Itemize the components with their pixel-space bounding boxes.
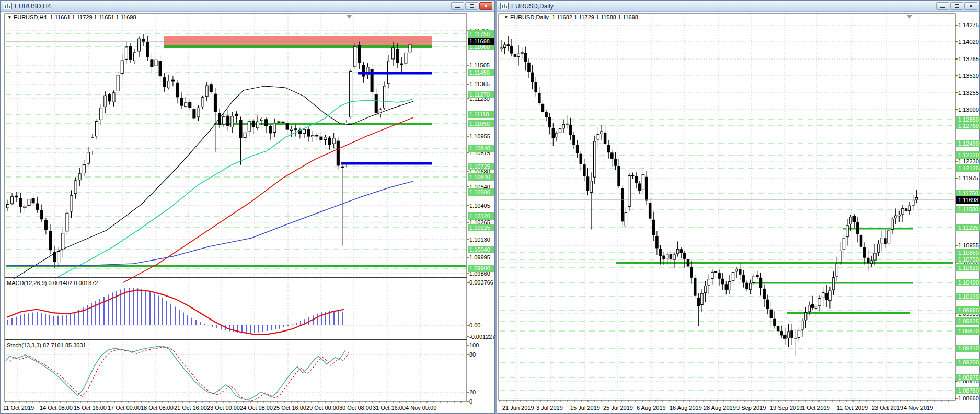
candle-body: [503, 45, 506, 47]
candle-body: [303, 129, 306, 133]
stoch-axis-label: 80: [469, 351, 476, 358]
candle-body: [500, 48, 503, 49]
price-label-green: 1.10640: [469, 174, 490, 180]
candle-body: [151, 60, 153, 67]
price-axis[interactable]: 1.117801.115051.113651.112301.109551.108…: [467, 28, 495, 405]
candle-body: [711, 272, 714, 278]
candle-body: [32, 198, 34, 203]
candle-body: [362, 65, 365, 76]
time-label: 17 Oct 00:00: [108, 405, 141, 411]
candle-body: [19, 198, 22, 207]
symbol-dropdown-icon[interactable]: ▼: [504, 15, 508, 20]
candle-body: [853, 216, 856, 221]
candle-body: [593, 141, 596, 177]
candle-body: [117, 75, 119, 91]
price-label: 1.13765: [958, 56, 979, 62]
price-axis[interactable]: 1.142751.140201.137651.135101.132551.130…: [955, 22, 980, 401]
legend-symbol: EURUSD,H4: [14, 14, 47, 20]
h4-chart-svg[interactable]: 1.117801.115051.113651.112301.109551.108…: [1, 13, 495, 414]
chart-window-icon: [4, 3, 12, 9]
candle-body: [521, 52, 523, 54]
macd-axis-label: 0.00: [469, 322, 480, 328]
candle-body: [205, 86, 208, 97]
daily-chart-svg[interactable]: 1.142751.140201.137651.135101.132551.130…: [497, 13, 980, 414]
stoch-axis-label: 100: [469, 342, 479, 348]
candle-body: [36, 204, 39, 210]
restore-button[interactable]: [950, 2, 963, 10]
candle-body: [725, 285, 728, 289]
time-label: 30 Oct 08:00: [339, 405, 372, 411]
moving-average-teal: [55, 99, 413, 278]
time-axis[interactable]: 21 Jun 20193 Jul 201915 Jul 201925 Jul 2…: [500, 400, 948, 411]
candle-body: [770, 310, 773, 318]
candle-body: [860, 235, 862, 246]
candle-body: [566, 124, 569, 125]
titlebar-h4[interactable]: EURUSD,H4 ×: [1, 1, 494, 12]
candle-body: [905, 209, 907, 211]
chart-canvas-daily[interactable]: 1.142751.140201.137651.135101.132551.130…: [497, 13, 979, 413]
candle-body: [894, 216, 897, 218]
price-label-green: 1.10750: [958, 256, 979, 263]
candle-body: [586, 177, 589, 191]
time-label: 11 Oct 2019: [837, 405, 868, 411]
candle-body: [836, 264, 838, 276]
symbol-dropdown-icon[interactable]: ▼: [7, 15, 11, 20]
price-label-green: 1.11110: [469, 111, 489, 117]
candle-body: [887, 231, 890, 243]
close-button[interactable]: ×: [964, 2, 977, 10]
time-label: 6 Aug 2019: [637, 405, 666, 411]
restore-button[interactable]: [465, 2, 478, 10]
price-label-green: 1.08975: [958, 374, 979, 381]
candle-body: [735, 269, 738, 271]
candle-body: [857, 223, 859, 234]
candle-body: [714, 271, 717, 273]
candle-body: [625, 213, 627, 226]
price-label-green: 1.10400: [958, 279, 979, 286]
candle-body: [78, 174, 81, 180]
candle-body: [718, 273, 721, 278]
time-label: 15 Oct 16:00: [74, 405, 107, 411]
candle-body: [193, 109, 195, 118]
chart-canvas-h4[interactable]: 1.117801.115051.113651.112301.109551.108…: [1, 13, 494, 413]
window-title: EURUSD,H4: [15, 3, 51, 10]
candle-body: [825, 293, 828, 300]
price-label-green: 1.10725: [469, 163, 490, 170]
candle-body: [670, 254, 672, 259]
candle-body: [248, 122, 250, 132]
candle-body: [780, 332, 783, 335]
candle-body: [808, 305, 811, 312]
time-axis[interactable]: 11 Oct 201914 Oct 08:0015 Oct 16:0017 Oc…: [3, 401, 461, 411]
time-label: 21 Jun 2019: [502, 405, 534, 411]
candle-body: [697, 298, 700, 306]
candle-body: [804, 313, 807, 320]
close-button[interactable]: ×: [479, 2, 492, 10]
candle-body: [891, 219, 894, 230]
minimize-button[interactable]: [936, 2, 949, 10]
price-label: 1.12230: [958, 158, 979, 164]
candle-body: [912, 200, 915, 205]
time-label: 28 Aug 2019: [704, 405, 736, 411]
chart-window-eurusd-h4: EURUSD,H4 × 1.117801.115051.113651.11230…: [0, 0, 495, 414]
time-label: 23 Oct 2019: [872, 405, 903, 411]
candle-body: [239, 120, 242, 138]
current-price-label: 1.11698: [469, 38, 490, 44]
candle-body: [729, 281, 731, 290]
candle-body: [197, 108, 200, 117]
candle-body: [91, 138, 94, 151]
time-label: 19 Sep 2019: [770, 405, 802, 411]
candle-body: [597, 135, 599, 139]
price-label: 1.11975: [958, 175, 978, 181]
minimize-button[interactable]: [451, 2, 464, 10]
titlebar-daily[interactable]: EURUSD,Daily ×: [497, 1, 979, 12]
candle-body: [256, 122, 259, 128]
time-label: 9 Sep 2019: [736, 405, 766, 411]
chart-shift-marker-icon: [347, 15, 352, 19]
candle-body: [100, 108, 102, 120]
candle-body: [732, 273, 734, 281]
chart-window-icon: [500, 3, 509, 9]
candle-body: [278, 122, 280, 123]
price-label: 1.08660: [958, 395, 979, 401]
macd-label: MACD(12,26,9) 0.001402 0.001372: [7, 280, 98, 286]
candle-body: [607, 145, 610, 152]
candle-body: [252, 121, 255, 127]
